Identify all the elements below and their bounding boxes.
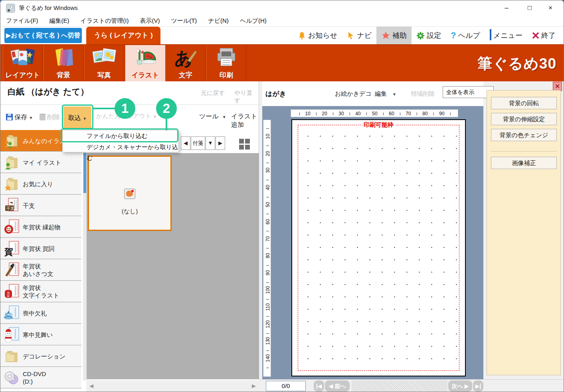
page-scroll-strip[interactable]: [352, 380, 447, 392]
category-12[interactable]: CD-DVD (D:): [0, 367, 81, 388]
settings-button[interactable]: 設定: [412, 27, 446, 44]
pager-prev-button[interactable]: ◀: [181, 136, 190, 150]
next-page-button[interactable]: 次へ ▶: [448, 380, 472, 392]
exit-button[interactable]: 終了: [527, 27, 560, 44]
assist-star-icon: [381, 31, 390, 40]
category-10[interactable]: 寒中見舞い: [0, 324, 81, 345]
horizontal-ruler: 102030405060708090: [291, 109, 458, 117]
print-icon: [215, 47, 237, 67]
module-ribbon: 筆ぐるめ30 レイアウト背景写真イラストあ文字印刷: [0, 44, 564, 81]
menu-button[interactable]: メニュー: [485, 27, 527, 44]
module-6-button[interactable]: 印刷: [206, 45, 246, 81]
module-5-button[interactable]: あ文字: [166, 45, 206, 81]
lotus-icon: [4, 305, 20, 321]
folder-people-icon: [4, 133, 20, 149]
annotation-step-1: 1: [115, 98, 135, 119]
module-1-button[interactable]: レイアウト: [3, 45, 43, 81]
panel-close-button[interactable]: ✕: [553, 82, 562, 91]
background-papers-icon: [51, 47, 75, 68]
module-4-button[interactable]: イラスト: [125, 45, 166, 81]
pager-dropdown-button[interactable]: ▼: [206, 136, 215, 150]
app-window: 筆ぐるめ for Windows – □ × ファイル(F)編集(E)イラストの…: [0, 0, 564, 392]
postcard-page[interactable]: 印刷可能枠: [291, 119, 466, 376]
menu-item-1[interactable]: ファイル(F): [0, 16, 44, 26]
scroll-left-icon[interactable]: ◀: [89, 383, 93, 389]
pager-label[interactable]: 付箋: [191, 136, 205, 150]
undo-button[interactable]: 元に戻す: [201, 89, 225, 97]
side-tool-button-1[interactable]: 背景の回転: [491, 97, 557, 109]
daruma-icon: [4, 219, 20, 235]
category-3[interactable]: お気に入り: [0, 173, 81, 195]
zoom-select[interactable]: 全体を表示⌄: [443, 86, 494, 98]
tool-button[interactable]: ツール ▼: [199, 112, 226, 121]
bell-icon: [298, 32, 306, 40]
delete-button[interactable]: 削除: [40, 112, 60, 122]
close-button[interactable]: ×: [541, 2, 560, 14]
assist-button[interactable]: 補助: [376, 27, 412, 44]
menu-item-3[interactable]: イラストの管理(I): [75, 16, 135, 26]
background-tools-panel: 背景の回転背景の伸縮設定背景の色チェンジ画像補正: [487, 90, 561, 375]
add-illustration-button[interactable]: イラスト追加: [231, 112, 259, 129]
redo-button[interactable]: やり直す: [234, 89, 259, 104]
menu-item-2[interactable]: 編集(E): [44, 16, 75, 26]
minimize-button[interactable]: –: [497, 2, 516, 14]
import-menu-item-2[interactable]: デジカメ・スキャナーから取り込む: [63, 141, 178, 152]
horizontal-scrollbar[interactable]: ◀ ▶: [86, 380, 259, 392]
menu-item-4[interactable]: 表示(V): [134, 16, 165, 26]
category-9[interactable]: 喪中欠礼: [0, 302, 81, 324]
news-button[interactable]: お知らせ: [293, 27, 342, 44]
text-char-icon: あ: [174, 47, 198, 68]
printable-area-frame: 印刷可能枠: [298, 125, 459, 371]
category-8[interactable]: 元旦年賀状 文字イラスト: [0, 281, 81, 302]
header-actions: お知らせナビ補助設定?ヘルプメニュー終了: [293, 27, 560, 44]
side-tool-button-4[interactable]: 画像補正: [491, 157, 557, 169]
menu-item-5[interactable]: ツール(T): [165, 16, 202, 26]
prev-page-button[interactable]: ◀ 前へ: [325, 380, 350, 392]
sidebar-scrollbar[interactable]: [83, 130, 87, 380]
region-delete-button[interactable]: 領域削除: [411, 90, 435, 98]
palette-icon: [124, 189, 135, 199]
lantern-icon: 元旦: [4, 284, 20, 299]
navi-button[interactable]: ナビ: [342, 27, 376, 44]
category-2[interactable]: マイ イラスト: [0, 152, 81, 173]
last-page-button[interactable]: ▶|: [473, 380, 483, 392]
menu-window-icon: [490, 32, 491, 40]
edit-button[interactable]: 編集▼: [375, 90, 396, 98]
category-6[interactable]: 賀年賀状 賀詞: [0, 238, 81, 259]
help-button[interactable]: ?ヘルプ: [446, 27, 485, 44]
module-2-button[interactable]: 背景: [44, 45, 83, 81]
illustration-icon: [133, 47, 158, 68]
folder-icon: [4, 348, 20, 364]
annotation-import-highlight: [62, 104, 93, 129]
category-4[interactable]: 干支干支: [0, 195, 81, 216]
folder-star-icon: [4, 176, 20, 192]
category-5[interactable]: 年賀状 縁起物: [0, 216, 81, 238]
svg-text:旦: 旦: [6, 294, 10, 298]
paint-deco-button[interactable]: お絵かきデコ: [335, 90, 372, 98]
switch-to-front-button[interactable]: ▶おもて ( 宛て名 ) へ切替: [4, 28, 82, 43]
save-button[interactable]: 保存 ▼: [6, 112, 33, 122]
window-title: 筆ぐるめ for Windows: [19, 4, 78, 12]
first-page-button[interactable]: |◀: [314, 380, 324, 392]
app-logo: 筆ぐるめ30: [477, 54, 556, 74]
settings-gear-icon: [416, 32, 425, 40]
pager-next-button[interactable]: ▶: [216, 136, 225, 150]
canvas-header: はがき お絵かきデコ 編集▼ 領域削除 全体を表示⌄: [262, 81, 483, 106]
category-7[interactable]: 年賀状 あいさつ文: [0, 259, 81, 281]
maximize-button[interactable]: □: [520, 2, 539, 14]
page-title: 白紙 （はがき たて）: [8, 86, 89, 97]
tab-back-layout[interactable]: うら ( レイアウト ): [86, 27, 160, 44]
folder-person-icon: [4, 154, 20, 170]
side-tool-button-2[interactable]: 背景の伸縮設定: [491, 113, 557, 125]
menu-item-6[interactable]: ナビ(N): [202, 16, 234, 26]
category-11[interactable]: デコレーション: [0, 345, 81, 367]
nav-cursor-icon: [347, 32, 355, 40]
scroll-right-icon[interactable]: ▶: [252, 383, 256, 389]
menu-item-7[interactable]: ヘルプ(H): [234, 16, 272, 26]
module-3-button[interactable]: 写真: [84, 45, 124, 81]
thumbnail-none[interactable]: (なし): [88, 156, 172, 231]
brush-icon: [4, 262, 20, 278]
side-tool-button-3[interactable]: 背景の色チェンジ: [491, 129, 557, 141]
canvas-title: はがき: [265, 89, 286, 98]
grid-view-icon[interactable]: [239, 139, 250, 150]
